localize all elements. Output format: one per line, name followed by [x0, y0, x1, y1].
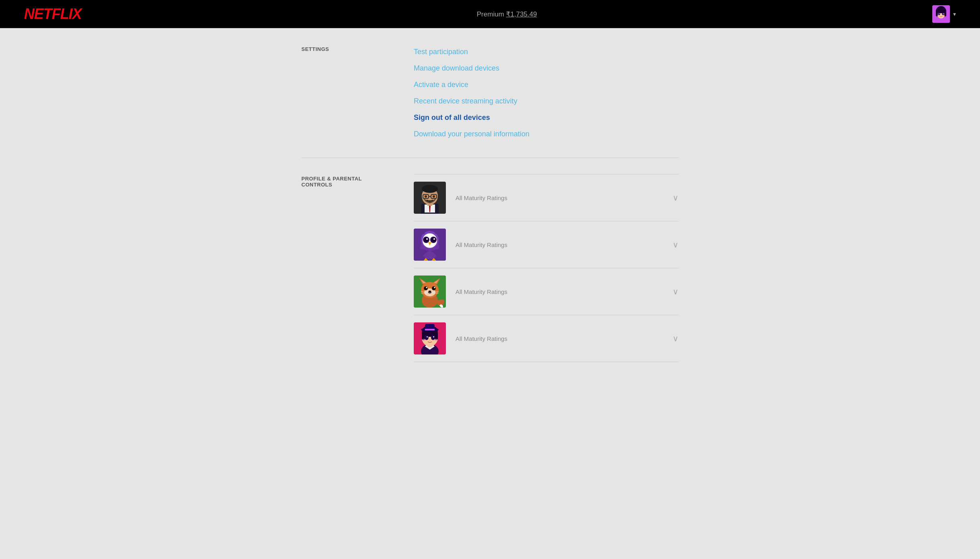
netflix-logo: NETFLIX	[24, 6, 81, 22]
svg-point-39	[426, 287, 427, 288]
svg-point-22	[433, 195, 435, 198]
profiles-list: All Maturity Ratings ∨	[414, 174, 679, 362]
profile-info-4: All Maturity Ratings	[455, 335, 673, 342]
profile-chevron-2[interactable]: ∨	[673, 240, 679, 249]
profile-chevron-3[interactable]: ∨	[673, 287, 679, 296]
svg-point-37	[424, 286, 428, 290]
svg-point-11	[943, 15, 945, 16]
plan-link[interactable]: ₹1,735.49	[506, 10, 537, 18]
profile-chevron-1[interactable]: ∨	[673, 193, 679, 203]
svg-rect-52	[435, 331, 438, 340]
profile-row-4[interactable]: All Maturity Ratings ∨	[414, 315, 679, 362]
svg-rect-56	[425, 329, 435, 330]
svg-point-62	[433, 336, 434, 338]
svg-point-64	[434, 339, 438, 341]
link-manage-download-devices[interactable]: Manage download devices	[414, 61, 679, 76]
svg-point-41	[429, 291, 431, 293]
svg-point-40	[434, 287, 435, 288]
svg-rect-51	[422, 331, 425, 340]
profile-avatar-1	[414, 182, 446, 214]
profile-row-2[interactable]: All Maturity Ratings ∨	[414, 221, 679, 268]
settings-section: SETTINGS Test participation Manage downl…	[301, 28, 679, 158]
svg-point-21	[425, 195, 427, 198]
header-avatar-image	[932, 5, 950, 23]
svg-point-30	[431, 238, 435, 242]
svg-point-8	[939, 13, 940, 14]
header: NETFLIX Premium ₹1,735.49	[0, 0, 980, 28]
svg-point-29	[424, 238, 428, 242]
svg-point-17	[422, 185, 438, 193]
profile-info-2: All Maturity Ratings	[455, 241, 673, 248]
link-recent-streaming[interactable]: Recent device streaming activity	[414, 94, 679, 109]
header-profile-avatar[interactable]	[932, 5, 950, 23]
svg-point-6	[938, 13, 940, 15]
profiles-section: PROFILE & PARENTALCONTROLS	[301, 158, 679, 378]
link-test-participation[interactable]: Test participation	[414, 45, 679, 59]
header-dropdown-arrow[interactable]: ▾	[953, 11, 956, 17]
profile-avatar-3	[414, 275, 446, 308]
profile-rating-2: All Maturity Ratings	[455, 241, 673, 248]
svg-point-9	[943, 13, 944, 14]
profile-rating-3: All Maturity Ratings	[455, 288, 673, 295]
svg-point-61	[427, 336, 428, 338]
profile-avatar-2	[414, 229, 446, 261]
main-content: SETTINGS Test participation Manage downl…	[289, 28, 691, 378]
link-sign-out-all[interactable]: Sign out of all devices	[414, 110, 679, 125]
profile-rating-1: All Maturity Ratings	[455, 194, 673, 201]
svg-point-31	[426, 238, 428, 240]
profile-chevron-4[interactable]: ∨	[673, 334, 679, 343]
profile-info-3: All Maturity Ratings	[455, 288, 673, 295]
svg-point-7	[942, 13, 944, 15]
profile-avatar-4	[414, 322, 446, 354]
svg-point-63	[422, 339, 426, 341]
settings-links: Test participation Manage download devic…	[414, 45, 679, 142]
svg-point-10	[937, 15, 939, 16]
header-plan: Premium ₹1,735.49	[477, 10, 537, 18]
profile-row-1[interactable]: All Maturity Ratings ∨	[414, 174, 679, 221]
svg-point-32	[433, 238, 435, 240]
profile-rating-4: All Maturity Ratings	[455, 335, 673, 342]
svg-point-38	[432, 286, 436, 290]
profile-row-3[interactable]: All Maturity Ratings ∨	[414, 268, 679, 315]
settings-label: SETTINGS	[301, 45, 398, 142]
link-activate-device[interactable]: Activate a device	[414, 77, 679, 92]
header-right: ▾	[932, 5, 956, 23]
profiles-label: PROFILE & PARENTALCONTROLS	[301, 174, 398, 362]
plan-text: Premium	[477, 10, 504, 18]
profile-info-1: All Maturity Ratings	[455, 194, 673, 201]
link-download-personal[interactable]: Download your personal information	[414, 127, 679, 142]
